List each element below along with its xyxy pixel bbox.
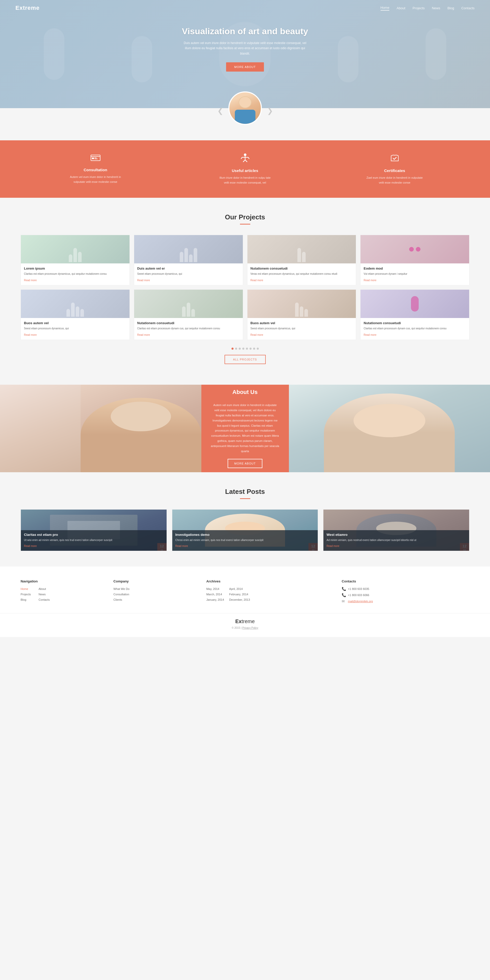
footer-nav-news[interactable]: News — [39, 593, 46, 596]
projects-heading: Our Projects — [21, 213, 469, 224]
projects-grid: Lorem ipsum Claritas est etiam processum… — [21, 235, 469, 340]
footer-nav-about[interactable]: About — [39, 587, 46, 590]
slider-avatar — [228, 91, 262, 125]
post-overlay-2: Investigationes demo Chrosi enim ad mini… — [172, 530, 318, 551]
header: Extreme Home About Projects News Blog Co… — [0, 0, 490, 16]
about-right-img-inner — [289, 385, 490, 472]
nav-home[interactable]: Home — [380, 6, 390, 11]
svg-rect-2 — [92, 158, 94, 159]
post-desc-3: Ad minim veniam, quis nostrud exerci tat… — [326, 538, 466, 542]
feature-title-2: Useful articles — [217, 169, 274, 173]
project-title-3: Nutationem consuetudi — [251, 267, 353, 270]
project-card-7: Buos autem vel Seest etiam processum dyn… — [247, 290, 356, 340]
feature-articles: Useful articles Illum iriure dolor in he… — [217, 153, 274, 185]
project-desc-7: Seest etiam processum dynamicus, qui — [251, 326, 353, 331]
footer-archive-feb2014[interactable]: February, 2014 — [229, 593, 248, 596]
site-logo[interactable]: Extreme — [16, 5, 40, 11]
nav-contacts[interactable]: Contacts — [461, 6, 474, 10]
footer-archive-apr2014[interactable]: April, 2014 — [229, 587, 243, 590]
footer-email[interactable]: mail@dominilek.org — [348, 600, 373, 603]
post-readmore-3[interactable]: Read more — [326, 544, 339, 547]
footer-company-clients[interactable]: Clients — [113, 598, 122, 601]
footer-nav-projects[interactable]: Projects — [21, 593, 31, 596]
nav-about[interactable]: About — [396, 6, 405, 10]
project-img-8 — [361, 290, 469, 318]
dot-6[interactable] — [250, 348, 251, 350]
footer-archive-dec2013[interactable]: December, 2013 — [229, 598, 250, 601]
svg-line-11 — [248, 158, 249, 159]
dot-3[interactable] — [239, 348, 241, 350]
project-readmore-3[interactable]: Read more — [251, 279, 263, 282]
slider-next-btn[interactable]: ❯ — [262, 107, 278, 115]
dot-7[interactable] — [253, 348, 255, 350]
dot-2[interactable] — [235, 348, 237, 350]
dot-5[interactable] — [246, 348, 248, 350]
latest-posts-section: Latest Posts 12 11 14 Claritas est etiam… — [0, 472, 490, 566]
post-readmore-1[interactable]: Read more — [24, 544, 37, 547]
project-img-6 — [134, 290, 243, 318]
project-img-3 — [247, 235, 356, 263]
hero-btn[interactable]: MORE ABOUT — [226, 62, 264, 72]
post-readmore-2[interactable]: Read more — [175, 544, 188, 547]
footer-company-whatwedo[interactable]: What We Do — [113, 587, 129, 590]
footer-privacy[interactable]: Privacy Policy — [242, 627, 258, 629]
footer-contacts-title: Contacts — [342, 579, 469, 583]
project-title-4: Eodem mod — [364, 267, 466, 270]
nav-news[interactable]: News — [432, 6, 440, 10]
about-right-image — [289, 385, 490, 472]
dot-1[interactable] — [231, 348, 234, 350]
svg-rect-3 — [94, 158, 97, 158]
footer-nav-home[interactable]: Home — [21, 587, 28, 590]
avatar-head — [239, 96, 251, 108]
phone2-icon: 📞 — [342, 593, 346, 597]
project-card-4: Eodem mod Vut etiam processum dynam i se… — [360, 235, 469, 285]
articles-icon — [217, 153, 274, 165]
footer-archive-may2014[interactable]: May, 2014 — [206, 587, 220, 590]
project-img-1 — [21, 235, 129, 263]
about-title: About Us — [232, 389, 258, 396]
project-img-7 — [247, 290, 356, 318]
project-card-2: Duis autem vel er Seeet etiam processum … — [134, 235, 243, 285]
dot-8[interactable] — [257, 348, 259, 350]
project-card-8: Nutationem consuetudi Claritas est etiam… — [360, 290, 469, 340]
all-projects-btn[interactable]: ALL PROJECTS — [224, 355, 266, 364]
project-readmore-7[interactable]: Read more — [251, 333, 263, 336]
footer-archive-jan2014[interactable]: January, 2014 — [206, 598, 224, 601]
latest-posts-title: Latest Posts — [21, 488, 469, 496]
footer-company-consultation[interactable]: Consultation — [113, 593, 129, 596]
footer-archives-title: Archives — [206, 579, 334, 583]
email-icon: ✉ — [342, 599, 346, 603]
slider-prev-btn[interactable]: ❮ — [212, 107, 228, 115]
main-nav: Home About Projects News Blog Contacts — [380, 6, 475, 11]
project-title-6: Nutationem consuetudi — [137, 321, 240, 325]
post-title-2: Investigationes demo — [175, 533, 315, 537]
project-img-2 — [134, 235, 243, 263]
post-card-3: 12 11 14 West etiamro Ad minim veniam, q… — [323, 509, 469, 551]
phone-icon: 📞 — [342, 587, 346, 591]
project-readmore-8[interactable]: Read more — [364, 333, 376, 336]
hero-description: Duis autem vel eum iriure dolor in hendr… — [181, 40, 310, 56]
slider-wrapper: ❮ ❯ — [212, 91, 278, 125]
about-left-img-inner — [0, 385, 201, 472]
dot-4[interactable] — [242, 348, 244, 350]
project-readmore-2[interactable]: Read more — [137, 279, 150, 282]
post-title-3: West etiamro — [326, 533, 466, 537]
footer-email-item: ✉ mail@dominilek.org — [342, 599, 469, 603]
footer-phone2-item: 📞 +1 800 603 6066 — [342, 593, 469, 597]
project-readmore-4[interactable]: Read more — [364, 279, 376, 282]
project-readmore-5[interactable]: Read more — [24, 333, 37, 336]
footer-logo: Extreme — [21, 619, 469, 624]
project-readmore-1[interactable]: Read more — [24, 279, 37, 282]
about-section: About Us Autem vel eum iriure dolor in h… — [0, 385, 490, 472]
footer-company: Company What We Do Consultation Clients — [113, 579, 199, 605]
nav-blog[interactable]: Blog — [447, 6, 454, 10]
project-desc-1: Claritas est etiam processum dynamicus, … — [24, 272, 126, 276]
about-btn[interactable]: MORE ABOUT — [228, 459, 262, 468]
project-readmore-6[interactable]: Read more — [137, 333, 150, 336]
footer-nav-blog[interactable]: Blog — [21, 598, 26, 601]
footer-archive-mar2014[interactable]: March, 2014 — [206, 593, 222, 596]
feature-desc-1: Autem vel eum iriure dolor in hendrerit … — [67, 175, 124, 184]
footer-nav-contacts[interactable]: Contacts — [39, 598, 50, 601]
project-title-8: Nutationem consuetudi — [364, 321, 466, 325]
nav-projects[interactable]: Projects — [412, 6, 425, 10]
